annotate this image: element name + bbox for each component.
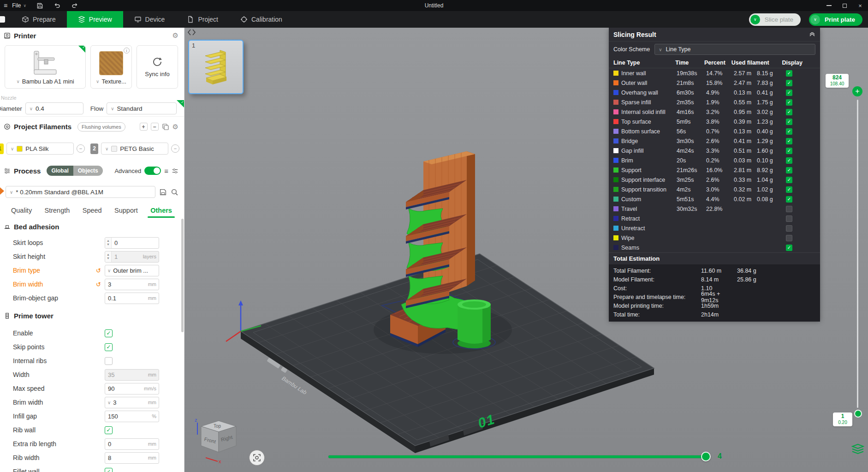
undo-icon[interactable]	[54, 2, 61, 9]
rib-width-input[interactable]: 8 mm	[105, 452, 159, 464]
prime-brim-width-select[interactable]: ∨ 3 mm	[105, 397, 159, 408]
orientation-cube[interactable]: z Top Front Right x	[192, 416, 244, 464]
tune-icon[interactable]	[172, 167, 178, 174]
tab-speed[interactable]: Speed	[82, 204, 103, 217]
plate-type-card[interactable]: i ∨ Texture...	[90, 45, 132, 89]
layer-slider-track[interactable]	[857, 100, 858, 408]
tab-quality[interactable]: Quality	[10, 204, 33, 217]
save-icon[interactable]	[36, 2, 43, 9]
collapse-sidebar-button[interactable]	[187, 29, 197, 38]
advanced-toggle[interactable]	[144, 167, 161, 175]
search-icon[interactable]	[171, 188, 178, 196]
brim-object-gap-input[interactable]: 0.1 mm	[105, 293, 159, 304]
display-checkbox[interactable]	[786, 215, 792, 222]
layer-slider-handle[interactable]	[854, 410, 862, 418]
display-checkbox[interactable]	[786, 245, 792, 251]
scope-global[interactable]: Global	[47, 166, 73, 176]
display-checkbox[interactable]	[786, 157, 792, 164]
sidebar-scrollbar[interactable]	[181, 219, 184, 332]
add-layer-range-button[interactable]: +	[852, 86, 862, 96]
nozzle-diameter-select[interactable]: ∨ 0.4	[25, 102, 83, 114]
display-checkbox[interactable]	[786, 186, 792, 193]
max-speed-input[interactable]: 90 mm/s	[105, 383, 159, 394]
printer-select-card[interactable]: ∨ Bambu Lab A1 mini	[5, 45, 86, 89]
info-icon[interactable]: i	[124, 48, 130, 54]
print-plate-button[interactable]: ∨ Print plate	[809, 13, 862, 26]
display-checkbox[interactable]	[786, 119, 792, 125]
hamburger-menu-icon[interactable]: ≡	[4, 2, 7, 9]
layers-icon[interactable]	[851, 444, 864, 455]
display-checkbox[interactable]	[786, 206, 792, 212]
skirt-loops-input[interactable]: ▲▼ 0	[105, 237, 159, 249]
remove-filament-button[interactable]: −	[151, 123, 159, 131]
tab-support[interactable]: Support	[113, 204, 139, 217]
slice-options-chevron-icon[interactable]: ∨	[750, 15, 760, 24]
display-checkbox[interactable]	[786, 80, 792, 86]
display-checkbox[interactable]	[786, 128, 792, 135]
filament-1-edit-button[interactable]: −	[77, 144, 85, 153]
tab-prepare[interactable]: Prepare	[11, 11, 67, 28]
process-preset-select[interactable]: ∨ * 0.20mm Standard @BBL A1M	[6, 186, 155, 198]
display-checkbox[interactable]	[786, 138, 792, 144]
reset-value-icon[interactable]: ↺	[96, 281, 101, 288]
flushing-volumes-button[interactable]: Flushing volumes	[77, 122, 125, 131]
display-checkbox[interactable]	[786, 167, 792, 173]
param-list-icon[interactable]: ≡	[164, 167, 168, 175]
redo-icon[interactable]	[71, 2, 78, 9]
infill-gap-input[interactable]: 150 %	[105, 411, 159, 422]
file-menu[interactable]: File ∨	[12, 2, 26, 9]
close-button[interactable]: ×	[852, 0, 868, 11]
display-checkbox[interactable]	[786, 70, 792, 77]
plate-thumbnail[interactable]: 1	[188, 40, 244, 94]
fillet-wall-checkbox[interactable]: ✓	[105, 468, 113, 472]
tab-others[interactable]: Others	[149, 204, 173, 217]
brim-width-input[interactable]: 3 mm	[105, 279, 159, 290]
color-scheme-select[interactable]: ∨ Line Type	[654, 44, 815, 55]
display-checkbox[interactable]	[786, 148, 792, 154]
step-slider-handle[interactable]	[701, 452, 711, 461]
flow-select[interactable]: ∨ Standard	[107, 102, 177, 114]
tab-strength[interactable]: Strength	[44, 204, 71, 217]
printer-settings-gear-icon[interactable]: ⚙	[172, 31, 178, 40]
skirt-height-input[interactable]: ▲▼ 1 layers	[105, 251, 159, 263]
sync-info-button[interactable]: Sync info	[137, 45, 178, 89]
tab-preview[interactable]: Preview	[67, 11, 123, 28]
cube-top-label[interactable]: Top	[214, 424, 221, 429]
sync-filament-icon[interactable]	[162, 123, 169, 131]
width-input[interactable]: 35 mm	[105, 369, 159, 381]
brim-type-select[interactable]: ∨ Outer brim ...	[105, 265, 159, 276]
tab-calibration[interactable]: Calibration	[229, 11, 293, 28]
collapse-panel-icon[interactable]	[809, 32, 815, 37]
camera-view-button[interactable]	[249, 450, 265, 466]
display-checkbox[interactable]	[786, 225, 792, 232]
rib-wall-checkbox[interactable]: ✓	[105, 426, 113, 434]
save-preset-icon[interactable]	[159, 188, 167, 196]
enable-checkbox[interactable]: ✓	[105, 329, 113, 337]
filament-2-edit-button[interactable]: −	[171, 144, 179, 153]
display-checkbox[interactable]	[786, 235, 792, 241]
tab-device[interactable]: Device	[123, 11, 176, 28]
display-checkbox[interactable]	[786, 109, 792, 115]
display-checkbox[interactable]	[786, 196, 792, 203]
add-filament-button[interactable]: +	[140, 123, 148, 131]
stepper-buttons[interactable]: ▲▼	[105, 238, 112, 248]
filament-2-select[interactable]: ∨ PETG Basic	[101, 143, 168, 155]
skip-points-checkbox[interactable]: ✓	[105, 343, 113, 351]
display-checkbox[interactable]	[786, 99, 792, 106]
reset-value-icon[interactable]: ↺	[96, 267, 101, 274]
display-checkbox[interactable]	[786, 90, 792, 96]
print-options-chevron-icon[interactable]: ∨	[810, 15, 820, 24]
stepper-buttons[interactable]: ▲▼	[105, 251, 112, 262]
maximize-button[interactable]	[837, 0, 852, 11]
filament-1-select[interactable]: ∨ PLA Silk	[6, 143, 74, 155]
internal-ribs-checkbox[interactable]: ✓	[105, 357, 113, 365]
minimize-button[interactable]	[821, 0, 837, 11]
scope-objects[interactable]: Objects	[73, 166, 103, 176]
process-scope-toggle[interactable]: Global Objects	[47, 166, 102, 176]
filament-settings-gear-icon[interactable]: ⚙	[172, 123, 178, 131]
slice-plate-button[interactable]: ∨ Slice plate	[749, 13, 801, 26]
display-checkbox[interactable]	[786, 177, 792, 183]
extra-rib-length-input[interactable]: 0 mm	[105, 438, 159, 450]
step-slider-track[interactable]	[328, 455, 710, 458]
tab-project[interactable]: Project	[176, 11, 229, 28]
